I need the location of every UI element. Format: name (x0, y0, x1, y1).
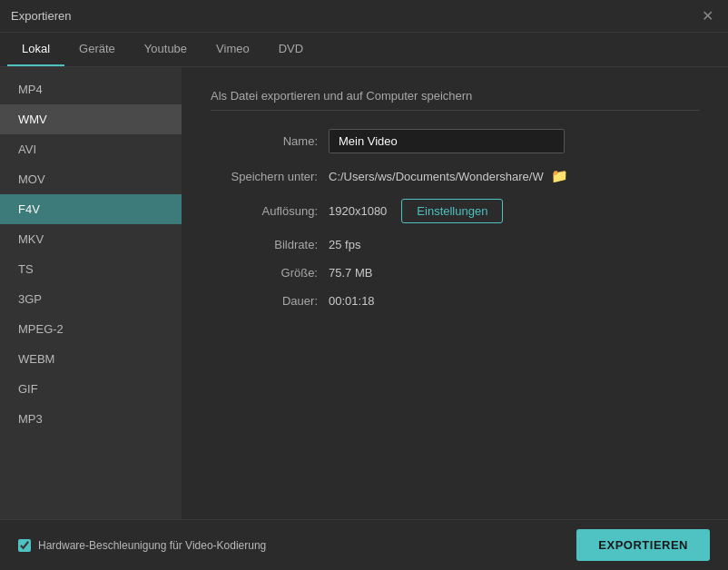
save-path-value: C:/Users/ws/Documents/Wondershare/W (329, 170, 544, 183)
hw-accel-checkbox[interactable] (18, 539, 31, 552)
resolution-value-row: 1920x1080 Einstellungen (329, 199, 503, 223)
sidebar-item-ts[interactable]: TS (0, 254, 182, 284)
resolution-row: Auflösung: 1920x1080 Einstellungen (211, 199, 699, 223)
name-input[interactable] (329, 129, 565, 153)
main-panel: Als Datei exportieren und auf Computer s… (182, 67, 728, 519)
name-label: Name: (211, 134, 329, 148)
einstellungen-button[interactable]: Einstellungen (401, 199, 503, 223)
framerate-row: Bildrate: 25 fps (211, 238, 699, 251)
sidebar-item-3gp[interactable]: 3GP (0, 284, 182, 314)
sidebar-item-mp4[interactable]: MP4 (0, 74, 182, 104)
sidebar-item-f4v[interactable]: F4V (0, 194, 182, 224)
folder-icon[interactable]: 📁 (551, 168, 568, 184)
window-title: Exportieren (11, 9, 71, 23)
section-title: Als Datei exportieren und auf Computer s… (211, 89, 699, 111)
close-button[interactable]: ✕ (698, 7, 717, 25)
content-area: MP4 WMV AVI MOV F4V MKV TS 3GP MPEG-2 WE… (0, 67, 728, 519)
size-value: 75.7 MB (329, 266, 372, 280)
sidebar-item-wmv[interactable]: WMV (0, 104, 182, 134)
tab-geraete[interactable]: Geräte (64, 33, 130, 66)
hw-accel-row: Hardware-Beschleunigung für Video-Kodier… (18, 539, 266, 552)
export-button[interactable]: EXPORTIEREN (576, 529, 710, 561)
sidebar: MP4 WMV AVI MOV F4V MKV TS 3GP MPEG-2 WE… (0, 67, 182, 519)
tab-youtube[interactable]: Youtube (130, 33, 202, 66)
tab-dvd[interactable]: DVD (264, 33, 318, 66)
sidebar-item-mp3[interactable]: MP3 (0, 404, 182, 434)
size-row: Größe: 75.7 MB (211, 266, 699, 280)
resolution-label: Auflösung: (211, 204, 329, 218)
duration-label: Dauer: (211, 294, 329, 308)
path-row: C:/Users/ws/Documents/Wondershare/W 📁 (329, 168, 568, 184)
tabs-bar: Lokal Geräte Youtube Vimeo DVD (0, 33, 728, 67)
sidebar-item-mpeg2[interactable]: MPEG-2 (0, 314, 182, 344)
size-label: Größe: (211, 266, 329, 280)
save-path-row: Speichern unter: C:/Users/ws/Documents/W… (211, 168, 699, 184)
hw-accel-label: Hardware-Beschleunigung für Video-Kodier… (38, 539, 266, 552)
sidebar-item-mov[interactable]: MOV (0, 164, 182, 194)
sidebar-item-webm[interactable]: WEBM (0, 344, 182, 374)
title-bar: Exportieren ✕ (0, 0, 728, 33)
save-path-label: Speichern unter: (211, 170, 329, 183)
framerate-value: 25 fps (329, 238, 360, 251)
tab-lokal[interactable]: Lokal (7, 33, 64, 66)
resolution-value: 1920x1080 (329, 204, 387, 218)
export-window: Exportieren ✕ Lokal Geräte Youtube Vimeo… (0, 0, 728, 570)
sidebar-item-avi[interactable]: AVI (0, 134, 182, 164)
sidebar-item-mkv[interactable]: MKV (0, 224, 182, 254)
framerate-label: Bildrate: (211, 238, 329, 251)
name-row: Name: (211, 129, 699, 153)
bottom-bar: Hardware-Beschleunigung für Video-Kodier… (0, 519, 728, 570)
duration-row: Dauer: 00:01:18 (211, 294, 699, 308)
tab-vimeo[interactable]: Vimeo (202, 33, 264, 66)
duration-value: 00:01:18 (329, 294, 375, 308)
sidebar-item-gif[interactable]: GIF (0, 374, 182, 404)
